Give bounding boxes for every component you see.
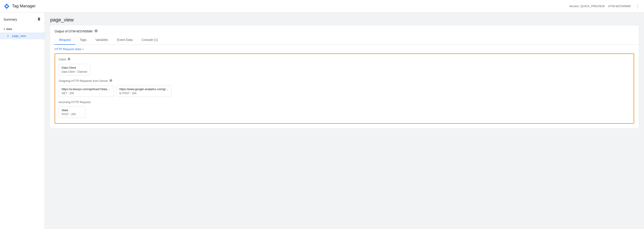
client-label: Client [59,58,66,61]
outgoing-label: Outgoing HTTP Requests from Server [59,79,108,82]
sidebar: Summary ▾ data 1 page_view [0,12,45,229]
content-card: Output of GTM-W2VN5MM Request Tags Varia… [50,25,639,128]
sidebar-section-header-data[interactable]: ▾ data [0,25,44,32]
info-icon[interactable] [94,29,98,33]
sidebar-item-number: 1 [7,34,10,37]
more-options-icon[interactable]: ⋮ [634,3,640,10]
breadcrumb-data[interactable]: /data [75,47,81,51]
tab-request[interactable]: Request [55,35,75,45]
chevron-down-icon: ▾ [4,27,5,31]
incoming-label: Incoming HTTP Request [59,100,90,104]
data-client-card-subtitle: Data Client - Claimed [62,70,87,73]
main-content: page_view Output of GTM-W2VN5MM Request … [45,12,644,229]
summary-row[interactable]: Summary [0,14,44,25]
data-client-card-title: Data Client [62,66,87,69]
outgoing-card-ga-url: https://www.google-analytics.com/g/c... [119,87,168,91]
tab-tags[interactable]: Tags [75,35,91,45]
outgoing-card-klaviyo-status: GET - 200 [62,92,111,95]
tab-variables[interactable]: Variables [91,35,113,45]
output-header-label: Output of GTM-W2VN5MM [55,29,92,33]
breadcrumb: HTTP Request /data > [50,45,639,53]
delete-icon[interactable] [37,17,41,22]
page-title: page_view [50,17,639,23]
tag-manager-logo-icon [4,3,10,9]
summary-label: Summary [4,18,17,21]
breadcrumb-separator: > [82,47,84,51]
copy-icon: ⧉ [119,92,121,95]
tab-bar: Request Tags Variables Event Data Consol… [50,35,639,45]
outgoing-card-ga-status: ⧉ POST - 204 [119,92,168,95]
outgoing-info-icon[interactable] [109,79,112,83]
output-header: Output of GTM-W2VN5MM [50,25,639,33]
tab-event-data[interactable]: Event Data [113,35,137,45]
main-layout: Summary ▾ data 1 page_view page_view [0,12,644,229]
sidebar-section-data-label: data [6,27,12,31]
sidebar-item-label: page_view [12,34,26,37]
outgoing-section-title: Outgoing HTTP Requests from Server [59,79,630,83]
sidebar-section-data: ▾ data 1 page_view [0,25,44,40]
version-label: Version: QUICK_PREVIEW [569,4,604,8]
app-title: Tag Manager [12,4,36,8]
sidebar-item-page-view[interactable]: 1 page_view [0,32,44,39]
app-header: Tag Manager Version: QUICK_PREVIEW GTM-W… [0,0,644,12]
page-header: page_view [45,12,644,25]
outgoing-cards-container: https://a.klaviyo.com/api/track?data=...… [59,85,630,97]
incoming-card-path: /data [62,108,83,112]
header-right: Version: QUICK_PREVIEW GTM-W2VN5MM ⋮ [569,3,640,10]
orange-highlighted-section: Client Data Client Data Client - Claimed… [55,53,634,124]
tab-console[interactable]: Console (1) [137,35,162,45]
outgoing-card-google-analytics[interactable]: https://www.google-analytics.com/g/c... … [116,85,172,97]
header-left: Tag Manager [4,3,36,9]
data-client-card[interactable]: Data Client Data Client - Claimed [59,64,90,75]
incoming-section-title: Incoming HTTP Request [59,100,630,104]
outgoing-card-klaviyo[interactable]: https://a.klaviyo.com/api/track?data=...… [59,85,114,97]
outgoing-section: Outgoing HTTP Requests from Server https… [59,79,630,97]
incoming-request-card[interactable]: /data POST - 200 [59,106,86,118]
incoming-card-status: POST - 200 [62,113,83,116]
outgoing-card-klaviyo-url: https://a.klaviyo.com/api/track?data=... [62,87,111,91]
svg-marker-2 [6,5,8,7]
container-id: GTM-W2VN5MM [608,4,630,8]
incoming-section: Incoming HTTP Request /data POST - 200 [59,100,630,118]
client-section-title: Client [59,57,630,61]
client-info-icon[interactable] [68,57,70,61]
breadcrumb-http-request[interactable]: HTTP Request [55,47,74,51]
